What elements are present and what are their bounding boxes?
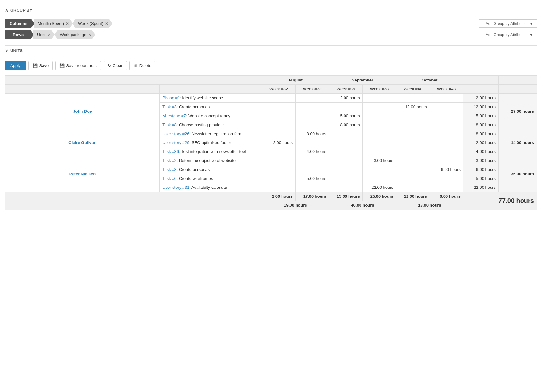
remove-month-spent[interactable]: ✕ — [66, 21, 69, 26]
item-name-0-3: Task #8: Choose hosting provider — [160, 120, 262, 129]
tag-week-spent: Week (Spent) ✕ — [72, 19, 112, 28]
hours-2-0-5 — [430, 156, 463, 165]
hours-0-2-0 — [262, 111, 296, 120]
add-columns-attr[interactable]: -- Add Group-by Attribute -- ▼ — [479, 19, 537, 28]
columns-label: Columns — [5, 19, 35, 28]
hours-2-3-0 — [262, 183, 296, 192]
item-name-1-0: User story #26: Newsletter registration … — [160, 129, 262, 138]
chevron-down-icon: ▼ — [530, 21, 533, 26]
remove-work-package[interactable]: ✕ — [88, 33, 91, 37]
row-total-2-1: 6.00 hours — [463, 165, 499, 174]
hours-1-2-3 — [363, 147, 396, 156]
hours-0-2-2: 5.00 hours — [329, 111, 363, 120]
columns-row: Columns Month (Spent) ✕ Week (Spent) ✕ -… — [5, 19, 537, 28]
hours-1-0-4 — [396, 129, 430, 138]
hours-2-0-4 — [396, 156, 430, 165]
footer1-col-0: 2.00 hours — [262, 192, 296, 201]
hours-1-0-0 — [262, 129, 296, 138]
rows-row: Rows User ✕ Work package ✕ -- Add Group-… — [5, 30, 537, 39]
header-august: August — [262, 76, 329, 85]
group-by-label: GROUP BY — [10, 8, 32, 12]
header-corner — [5, 76, 262, 85]
hours-0-3-4 — [396, 120, 430, 129]
hours-1-1-3 — [363, 138, 396, 147]
hours-0-0-1 — [296, 94, 329, 103]
hours-1-0-1: 8.00 hours — [296, 129, 329, 138]
save-as-button[interactable]: 💾 Save report as... — [55, 61, 101, 70]
hours-0-1-4: 12.00 hours — [396, 103, 430, 111]
hours-2-0-2 — [329, 156, 363, 165]
report-table: August September October Week #32 Week #… — [5, 75, 537, 210]
hours-1-0-3 — [363, 129, 396, 138]
hours-0-2-3 — [363, 111, 396, 120]
hours-1-1-1 — [296, 138, 329, 147]
hours-2-0-1 — [296, 156, 329, 165]
group-by-section: ∧ GROUP BY Columns Month (Spent) ✕ Week … — [5, 5, 537, 46]
rows-tags: User ✕ Work package ✕ — [34, 30, 95, 39]
columns-tags: Month (Spent) ✕ Week (Spent) ✕ — [35, 19, 112, 28]
units-label: UNITS — [10, 48, 23, 53]
header-week38: Week #38 — [363, 85, 396, 94]
hours-0-1-2 — [329, 103, 363, 111]
hours-2-3-2 — [329, 183, 363, 192]
row-total-0-2: 5.00 hours — [463, 111, 499, 120]
header-row-total-blank — [463, 76, 499, 85]
item-name-1-1: User story #29: SEO optimized footer — [160, 138, 262, 147]
units-header[interactable]: ∨ UNITS — [5, 46, 537, 56]
hours-0-3-2: 8.00 hours — [329, 120, 363, 129]
remove-week-spent[interactable]: ✕ — [105, 21, 108, 26]
save-as-icon: 💾 — [59, 63, 65, 68]
hours-1-1-5 — [430, 138, 463, 147]
hours-0-0-3 — [363, 94, 396, 103]
item-name-0-2: Milestone #7: Website concept ready — [160, 111, 262, 120]
item-name-2-1: Task #3: Create personas — [160, 165, 262, 174]
save-button[interactable]: 💾 Save — [28, 61, 53, 70]
user-cell-0: John Doe — [5, 94, 160, 129]
hours-2-2-2 — [329, 174, 363, 183]
header-work-item — [160, 85, 262, 94]
header-september: September — [329, 76, 396, 85]
grand-total: 77.00 hours — [463, 192, 537, 210]
hours-0-0-2: 2.00 hours — [329, 94, 363, 103]
row-total-0-1: 12.00 hours — [463, 103, 499, 111]
add-rows-attr[interactable]: -- Add Group-by Attribute -- ▼ — [479, 31, 537, 39]
hours-1-0-5 — [430, 129, 463, 138]
header-week36: Week #36 — [329, 85, 363, 94]
group-by-header[interactable]: ∧ GROUP BY — [5, 5, 537, 15]
item-name-2-0: Task #2: Determine objective of website — [160, 156, 262, 165]
row-total-0-3: 8.00 hours — [463, 120, 499, 129]
footer2-month-0: 19.00 hours — [262, 201, 329, 210]
hours-0-2-4 — [396, 111, 430, 120]
footer1-corner — [5, 192, 262, 201]
hours-2-1-3 — [363, 165, 396, 174]
apply-button[interactable]: Apply — [5, 61, 26, 70]
remove-user[interactable]: ✕ — [48, 33, 51, 37]
save-icon: 💾 — [33, 63, 38, 68]
row-total-2-3: 22.00 hours — [463, 183, 499, 192]
delete-button[interactable]: 🗑 Delete — [129, 61, 156, 70]
hours-1-2-5 — [430, 147, 463, 156]
user-cell-1: Claire Gulivan — [5, 129, 160, 156]
hours-2-0-3: 3.00 hours — [363, 156, 396, 165]
hours-1-1-0: 2.00 hours — [262, 138, 296, 147]
hours-2-1-1 — [296, 165, 329, 174]
clear-button[interactable]: ↻ Clear — [104, 61, 127, 70]
hours-2-2-0 — [262, 174, 296, 183]
footer1-col-3: 25.00 hours — [363, 192, 396, 201]
hours-2-0-0 — [262, 156, 296, 165]
undo-icon: ↻ — [108, 63, 111, 68]
hours-2-3-3: 22.00 hours — [363, 183, 396, 192]
hours-2-3-1 — [296, 183, 329, 192]
row-total-1-2: 4.00 hours — [463, 147, 499, 156]
item-name-0-1: Task #3: Create personas — [160, 103, 262, 111]
hours-0-2-1 — [296, 111, 329, 120]
header-week32: Week #32 — [262, 85, 296, 94]
row-total-1-0: 8.00 hours — [463, 129, 499, 138]
hours-2-1-2 — [329, 165, 363, 174]
header-week43: Week #43 — [430, 85, 463, 94]
item-name-0-0: Phase #1: Identify website scope — [160, 94, 262, 103]
hours-0-1-3 — [363, 103, 396, 111]
hours-0-1-5 — [430, 103, 463, 111]
footer2-month-1: 40.00 hours — [329, 201, 396, 210]
hours-1-2-1: 4.00 hours — [296, 147, 329, 156]
